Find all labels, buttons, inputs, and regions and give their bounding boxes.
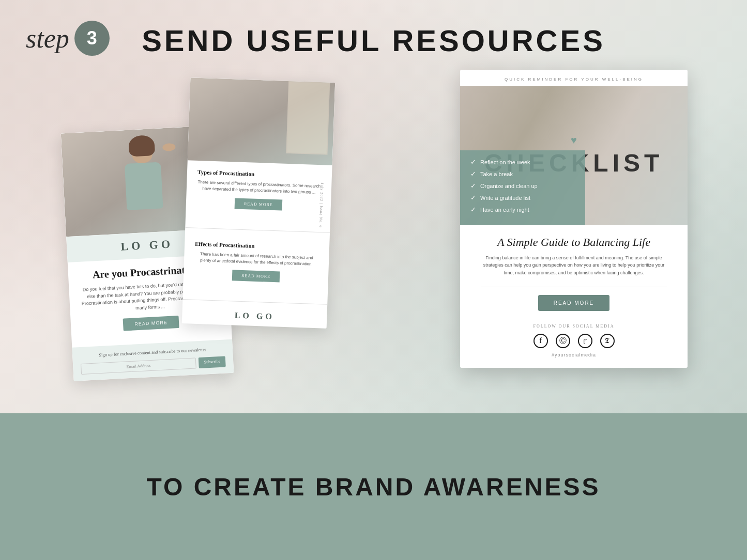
bottom-bar: TO CREATE BRAND AWARENESS (0, 413, 747, 560)
checkmark-1: ✓ (470, 158, 476, 166)
body (125, 162, 163, 210)
facebook-icon[interactable]: f (533, 334, 548, 348)
social-section: FOLLOW OUR SOCIAL MEDIA f Ⓒ 𝕣 𝕿 #yoursoc… (460, 319, 688, 368)
checklist-text-3: Organize and clean up (480, 183, 538, 189)
social-label: FOLLOW OUR SOCIAL MEDIA (470, 324, 677, 329)
window-light (286, 81, 330, 155)
checklist-card: QUICK REMINDER FOR YOUR WELL-BEING ♥ CHE… (460, 70, 688, 368)
article-text-2: There has been a fair amount of research… (194, 251, 319, 268)
checkmark-3: ✓ (470, 182, 476, 190)
room-bg-middle (188, 77, 335, 165)
checklist-hero-bg: ♥ CHECKLIST ✓ Reflect on the week ✓ Take… (460, 86, 688, 225)
article-title-1: Types of Procastination (197, 169, 322, 179)
subscribe-row: Email Address Subscribe (81, 356, 226, 375)
top-image-middle (188, 77, 335, 165)
head (131, 139, 153, 163)
article-text-1: There are several different types of pro… (197, 179, 322, 196)
checklist-item-1: ✓ Reflect on the week (470, 158, 575, 166)
subscribe-button[interactable]: Subscribe (199, 356, 226, 368)
checklist-item-4: ✓ Write a gratitude list (470, 194, 575, 201)
guide-divider (481, 287, 667, 287)
main-background: step 3 SEND USEFUL RESOURCES LO GO Are y… (0, 0, 747, 413)
divider-2 (182, 299, 327, 305)
heart-icon: ♥ (484, 134, 664, 146)
divider-1 (185, 227, 330, 233)
social-icons: f Ⓒ 𝕣 𝕿 (470, 334, 677, 348)
checklist-text-1: Reflect on the week (480, 159, 530, 165)
instagram-icon[interactable]: Ⓒ (556, 334, 570, 348)
checklist-read-more[interactable]: READ MORE (538, 295, 610, 311)
twitter-icon[interactable]: 𝕣 (578, 334, 592, 348)
person-figure (116, 138, 172, 229)
article-section-2: Effects of Procastination There has been… (183, 232, 330, 300)
read-more-btn-1[interactable]: READ MORE (235, 198, 283, 210)
checklist-item-5: ✓ Have an early night (470, 206, 575, 213)
checkmark-2: ✓ (470, 170, 476, 178)
reminder-header: QUICK REMINDER FOR YOUR WELL-BEING (460, 70, 688, 86)
article-title-2: Effects of Procastination (195, 241, 319, 251)
checklist-item-2: ✓ Take a break (470, 170, 575, 178)
checklist-box: ✓ Reflect on the week ✓ Take a break ✓ O… (460, 150, 585, 225)
read-more-button-left[interactable]: READ MORE (123, 316, 179, 331)
hair (128, 135, 155, 157)
social-handle: #yoursocialmedia (470, 352, 677, 357)
bottom-bar-text: TO CREATE BRAND AWARENESS (147, 473, 601, 501)
pinterest-icon[interactable]: 𝕿 (600, 334, 615, 348)
article-section-1: Types of Procastination There are severa… (186, 160, 332, 228)
guide-text: Finding balance in life can bring a sens… (460, 254, 688, 284)
guide-title: A Simple Guide to Balancing Life (460, 225, 688, 254)
checkmark-4: ✓ (470, 194, 476, 201)
checklist-text-4: Write a gratitude list (480, 195, 530, 201)
email-input[interactable]: Email Address (81, 357, 196, 375)
main-heading: SEND USEFUL RESOURCES (0, 23, 747, 58)
checkmark-5: ✓ (470, 206, 476, 213)
email-card-middle: Types of Procastination There are severa… (182, 77, 335, 328)
checklist-hero: ♥ CHECKLIST ✓ Reflect on the week ✓ Take… (460, 86, 688, 225)
checklist-text-2: Take a break (480, 171, 513, 177)
read-more-btn-2[interactable]: READ MORE (232, 270, 280, 282)
checklist-item-3: ✓ Organize and clean up (470, 182, 575, 190)
checklist-text-5: Have an early night (480, 207, 529, 213)
